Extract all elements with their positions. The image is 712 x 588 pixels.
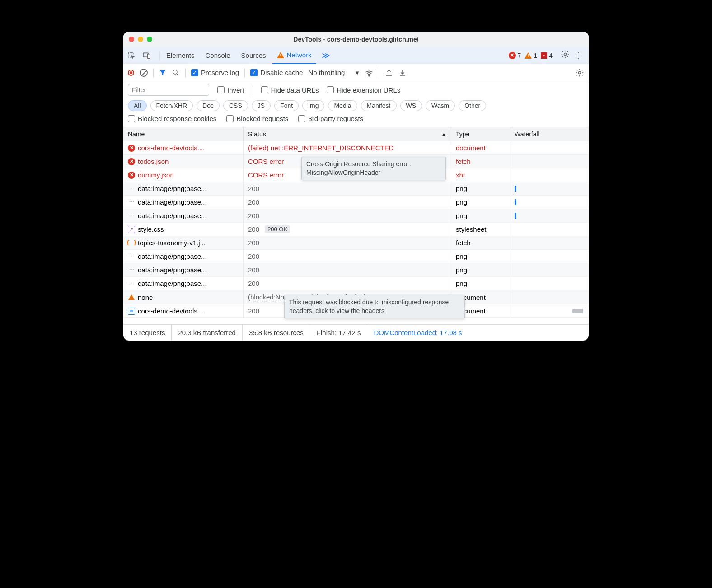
chip-img[interactable]: Img (302, 100, 324, 111)
invert-checkbox[interactable]: Invert (217, 86, 244, 94)
filter-icon[interactable] (159, 69, 166, 76)
chip-js[interactable]: JS (252, 100, 271, 111)
table-row[interactable]: { }topics-taxonomy-v1.j...200fetch (123, 236, 589, 250)
issue-icon: ▪ (541, 52, 547, 59)
maximize-icon[interactable] (147, 37, 152, 42)
minimize-icon[interactable] (138, 37, 143, 42)
tab-elements[interactable]: Elements (162, 47, 199, 64)
tab-console[interactable]: Console (201, 47, 235, 64)
cell-status-text: CORS error (248, 171, 284, 179)
waterfall-bar (572, 309, 583, 313)
checkbox-icon (261, 86, 268, 93)
inspect-icon[interactable] (127, 51, 136, 60)
cell-status: 200 (244, 263, 451, 276)
chip-wasm[interactable]: Wasm (426, 100, 455, 111)
issues-indicator[interactable]: ▪4 (541, 52, 553, 59)
panel-settings-icon[interactable] (575, 68, 584, 77)
waterfall-bar (515, 213, 516, 219)
warnings-indicator[interactable]: 1 (525, 52, 537, 59)
settings-icon[interactable] (561, 50, 570, 61)
warning-icon (128, 294, 135, 301)
cell-waterfall (510, 250, 589, 263)
chip-all[interactable]: All (128, 100, 147, 111)
chip-media[interactable]: Media (328, 100, 357, 111)
network-conditions-icon[interactable] (365, 69, 374, 77)
chip-font[interactable]: Font (274, 100, 299, 111)
table-row[interactable]: ⋯data:image/png;base...200png (123, 277, 589, 290)
cell-name-text: cors-demo-devtools.... (138, 307, 205, 315)
cell-waterfall (510, 155, 589, 168)
checkbox-icon (226, 115, 234, 122)
table-row[interactable]: ⋯data:image/png;base...200png (123, 182, 589, 196)
search-icon[interactable] (172, 69, 180, 77)
hide-extension-urls-checkbox[interactable]: Hide extension URLs (327, 86, 400, 94)
footer-resources: 35.8 kB resources (243, 325, 310, 341)
col-type[interactable]: Type (451, 127, 510, 141)
chip-fetch-xhr[interactable]: Fetch/XHR (150, 100, 193, 111)
tab-sources[interactable]: Sources (237, 47, 271, 64)
hide-data-urls-checkbox[interactable]: Hide data URLs (261, 86, 319, 94)
cell-waterfall (510, 209, 589, 222)
divider (379, 68, 379, 77)
table-row[interactable]: ↗style.css200200 OKstylesheet (123, 223, 589, 236)
col-status[interactable]: Status▲ (244, 127, 451, 141)
divider (153, 68, 154, 77)
cell-status: 200 (244, 182, 451, 195)
chip-doc[interactable]: Doc (197, 100, 220, 111)
image-icon: ⋯ (128, 280, 135, 287)
warning-icon (277, 52, 284, 58)
close-icon[interactable] (129, 37, 134, 42)
tab-network[interactable]: Network (272, 47, 316, 64)
extra-filters: Blocked response cookies Blocked request… (123, 115, 589, 127)
preserve-log-checkbox[interactable]: ✓ Preserve log (191, 69, 239, 76)
blocked-requests-checkbox[interactable]: Blocked requests (226, 115, 288, 122)
cell-waterfall (510, 223, 589, 236)
cell-name: ⋯data:image/png;base... (123, 209, 244, 222)
chip-ws[interactable]: WS (400, 100, 422, 111)
cell-name: ↗style.css (123, 223, 244, 236)
blocked-cookies-checkbox[interactable]: Blocked response cookies (128, 115, 216, 122)
cell-status: 200 (244, 196, 451, 209)
disable-cache-checkbox[interactable]: ✓ Disable cache (250, 69, 303, 76)
cell-name-text: style.css (138, 225, 164, 233)
cell-status-text: 200 (248, 225, 259, 233)
record-button[interactable] (128, 70, 134, 76)
table-row[interactable]: ⋯data:image/png;base...200png (123, 196, 589, 209)
table-row[interactable]: ✕cors-demo-devtools....(failed) net::ERR… (123, 141, 589, 155)
tabstrip: Elements Console Sources Network ≫ ✕7 1 … (123, 47, 589, 64)
col-name[interactable]: Name (123, 127, 244, 141)
cell-type: png (451, 182, 510, 195)
error-icon: ✕ (128, 172, 135, 179)
cell-status-text: 200 (248, 239, 259, 247)
clear-button[interactable] (140, 69, 148, 77)
filter-chips: All Fetch/XHR Doc CSS JS Font Img Media … (123, 98, 589, 115)
tabs-overflow-button[interactable]: ≫ (318, 51, 334, 61)
col-waterfall[interactable]: Waterfall (510, 127, 589, 141)
cell-status-text: 200 (248, 185, 259, 192)
cors-tooltip: Cross-Origin Resource Sharing error: Mis… (301, 157, 446, 180)
document-icon (128, 308, 135, 315)
cell-name-text: none (138, 294, 153, 301)
chip-manifest[interactable]: Manifest (361, 100, 397, 111)
cell-waterfall (510, 236, 589, 249)
table-row[interactable]: ⋯data:image/png;base...200png (123, 250, 589, 263)
more-icon[interactable]: ⋮ (571, 51, 585, 61)
status-pill: 200 OK (265, 225, 290, 233)
image-icon: ⋯ (128, 266, 135, 274)
chip-css[interactable]: CSS (223, 100, 248, 111)
filter-input[interactable] (128, 84, 209, 96)
checkbox-icon (298, 115, 305, 122)
third-party-checkbox[interactable]: 3rd-party requests (298, 115, 363, 122)
divider (253, 85, 253, 94)
table-row[interactable]: ⋯data:image/png;base...200png (123, 209, 589, 223)
throttling-select[interactable]: No throttling ▾ (308, 69, 359, 77)
errors-indicator[interactable]: ✕7 (509, 52, 521, 59)
download-icon[interactable] (398, 69, 407, 77)
device-toggle-icon[interactable] (142, 51, 151, 60)
titlebar: DevTools - cors-demo-devtools.glitch.me/ (123, 32, 589, 47)
cell-status: 200 (244, 250, 451, 263)
upload-icon[interactable] (385, 69, 393, 77)
network-toolbar: ✓ Preserve log ✓ Disable cache No thrott… (123, 64, 589, 81)
table-row[interactable]: ⋯data:image/png;base...200png (123, 263, 589, 277)
chip-other[interactable]: Other (459, 100, 486, 111)
